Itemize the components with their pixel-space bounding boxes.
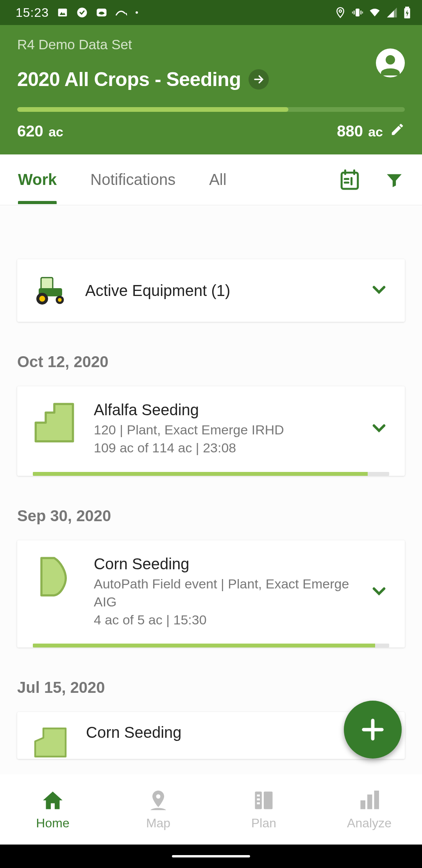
date-header: Oct 12, 2020 <box>17 353 405 371</box>
bar-chart-icon <box>358 789 381 812</box>
field-shape-icon <box>33 401 76 444</box>
map-pin-icon <box>147 789 170 812</box>
date-header: Jul 15, 2020 <box>17 679 405 696</box>
work-title: Alfalfa Seeding <box>94 401 366 419</box>
svg-rect-17 <box>41 278 53 289</box>
content: Active Equipment (1) Oct 12, 2020 Alfalf… <box>0 205 422 774</box>
location-icon <box>334 7 346 18</box>
svg-rect-26 <box>257 794 260 796</box>
svg-rect-8 <box>361 11 362 14</box>
nav-analyze[interactable]: Analyze <box>316 774 422 845</box>
work-card-alfalfa[interactable]: Alfalfa Seeding 120 | Plant, Exact Emerg… <box>17 386 405 476</box>
system-nav-bar <box>0 845 422 868</box>
work-subtitle: AutoPath Field event | Plant, Exact Emer… <box>94 575 366 629</box>
tab-notifications[interactable]: Notifications <box>90 157 175 203</box>
missed-call-icon <box>115 7 127 18</box>
chevron-down-icon <box>369 581 389 603</box>
filter-button[interactable] <box>384 170 404 190</box>
calendar-button[interactable] <box>338 168 361 192</box>
profile-avatar-button[interactable] <box>376 48 405 77</box>
svg-rect-11 <box>405 7 409 8</box>
nav-plan[interactable]: Plan <box>211 774 316 845</box>
acres-done: 620 ac <box>17 122 63 140</box>
signal-icon <box>386 7 398 18</box>
svg-point-15 <box>386 55 395 65</box>
acres-total[interactable]: 880 ac <box>337 122 405 140</box>
picture-icon <box>57 7 68 18</box>
svg-rect-0 <box>58 9 67 16</box>
work-title: Corn Seeding <box>94 555 366 573</box>
svg-rect-25 <box>264 791 273 809</box>
wifi-icon <box>369 7 381 18</box>
nav-home[interactable]: Home <box>0 774 106 845</box>
home-icon <box>41 789 64 812</box>
work-subtitle: 120 | Plant, Exact Emerge IRHD109 ac of … <box>94 421 366 457</box>
field-shape-icon <box>33 724 68 755</box>
svg-rect-29 <box>361 800 366 809</box>
svg-point-20 <box>39 296 45 302</box>
header: R4 Demo Data Set 2020 All Crops - Seedin… <box>0 25 422 154</box>
date-header: Sep 30, 2020 <box>17 507 405 525</box>
svg-point-23 <box>156 794 161 798</box>
svg-rect-31 <box>374 791 379 809</box>
field-shape-icon <box>33 555 76 598</box>
nav-map[interactable]: Map <box>106 774 211 845</box>
tractor-icon <box>33 276 68 305</box>
svg-rect-10 <box>362 12 363 14</box>
shield-check-icon <box>76 7 88 18</box>
svg-rect-6 <box>356 9 359 16</box>
bottom-nav: Home Map Plan Analyze <box>0 774 422 845</box>
svg-rect-16 <box>342 172 358 189</box>
svg-rect-27 <box>257 798 260 800</box>
deere-app-icon <box>96 7 107 18</box>
svg-point-22 <box>58 298 62 302</box>
page-title: 2020 All Crops - Seeding <box>17 68 241 91</box>
org-name: R4 Demo Data Set <box>17 37 269 52</box>
plan-icon <box>252 789 275 812</box>
svg-point-4 <box>136 11 138 14</box>
active-equipment-title: Active Equipment (1) <box>85 282 369 299</box>
tab-all[interactable]: All <box>209 157 226 203</box>
edit-icon[interactable] <box>390 122 405 140</box>
tab-work[interactable]: Work <box>18 157 57 203</box>
status-bar: 15:23 <box>0 0 422 25</box>
svg-rect-7 <box>354 11 355 14</box>
svg-rect-28 <box>257 802 260 804</box>
title-arrow-button[interactable] <box>249 69 269 90</box>
dot-icon <box>135 7 139 18</box>
active-equipment-card[interactable]: Active Equipment (1) <box>17 259 405 322</box>
chevron-down-icon <box>369 280 389 301</box>
battery-charging-icon <box>403 7 411 18</box>
svg-rect-9 <box>352 12 353 14</box>
header-progress <box>17 107 405 112</box>
vibrate-icon <box>352 7 363 18</box>
work-card-corn-1[interactable]: Corn Seeding AutoPath Field event | Plan… <box>17 540 405 648</box>
add-button[interactable] <box>344 701 402 759</box>
status-time: 15:23 <box>16 5 49 20</box>
chevron-down-icon <box>369 418 389 440</box>
svg-point-5 <box>339 10 342 12</box>
tabs: Work Notifications All <box>0 154 422 205</box>
svg-rect-30 <box>367 794 372 809</box>
